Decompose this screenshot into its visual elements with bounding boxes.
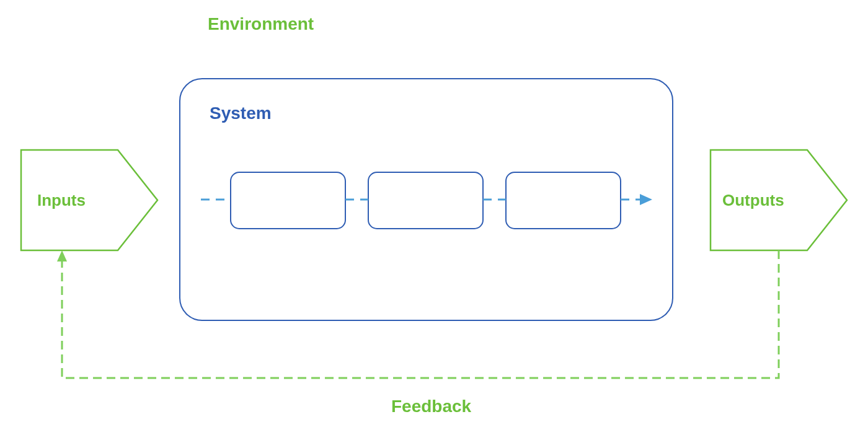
environment-label: Environment (208, 14, 314, 34)
feedback-label: Feedback (391, 397, 471, 416)
inputs-label: Inputs (37, 191, 86, 210)
feedback-path (62, 250, 779, 378)
flow-arrowhead-icon (640, 194, 652, 205)
feedback-arrowhead-icon (57, 250, 67, 261)
system-label: System (210, 103, 272, 123)
process-box-2 (368, 172, 483, 229)
diagram-canvas (0, 0, 868, 435)
process-box-1 (231, 172, 345, 229)
outputs-label: Outputs (722, 191, 784, 210)
process-box-3 (506, 172, 621, 229)
